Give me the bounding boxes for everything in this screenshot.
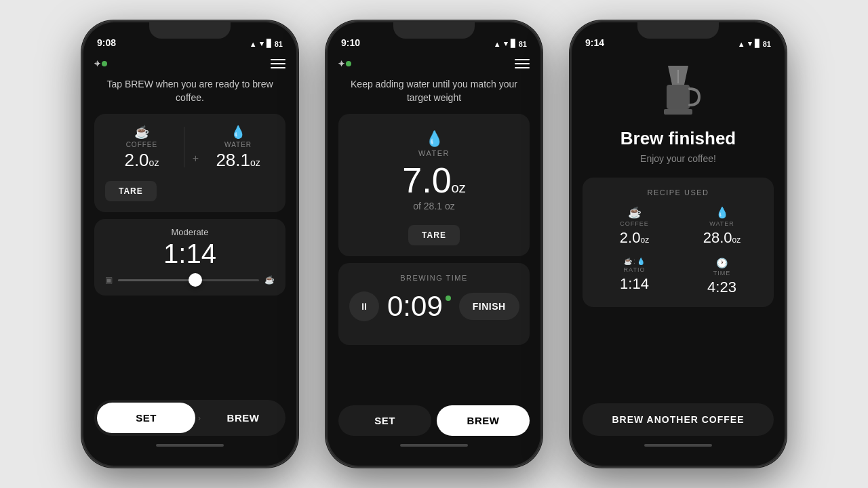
menu-line-3 <box>271 67 285 68</box>
bottom-buttons-1: SET › BREW <box>94 400 285 436</box>
battery-icon-1: ▊ <box>267 39 272 48</box>
recipe-coffee-label: COFFEE <box>620 220 649 227</box>
recipe-time: 🕐 TIME 4:23 <box>681 258 763 296</box>
recipe-time-value: 4:23 <box>707 279 736 296</box>
water-card: 💧 WATER 7.0oz of 28.1 oz TARE <box>338 114 530 256</box>
timer-display: 0:09 <box>387 290 451 323</box>
brew-button-2[interactable]: BREW <box>437 405 530 436</box>
menu-line-4 <box>515 59 530 60</box>
status-icons-1: ▲ ▾ ▊ 81 <box>250 39 283 48</box>
recipe-water: 💧 WATER 28.0oz <box>681 206 763 247</box>
coffee-label: COFFEE <box>126 141 158 148</box>
brewing-time-label: BREWING TIME <box>349 274 519 282</box>
bluetooth-icon-2: ⌖ <box>338 58 351 70</box>
slider-fill <box>118 279 195 281</box>
top-bar-1: ⌖ <box>94 52 285 78</box>
svg-rect-1 <box>667 85 690 109</box>
water-measure: 💧 WATER 28.1oz <box>201 125 275 169</box>
grind-card: Moderate 1:14 ▣ ☕ <box>94 219 285 296</box>
slider-thumb[interactable] <box>189 273 202 287</box>
water-label-1: WATER <box>224 141 252 148</box>
coffee-measure: ☕ COFFEE 2.0oz <box>105 125 178 169</box>
tare-button-2[interactable]: TARE <box>408 225 460 245</box>
status-time-3: 9:14 <box>585 37 604 48</box>
slider-track[interactable] <box>118 279 259 281</box>
bluetooth-icon-1: ⌖ <box>94 58 107 70</box>
set-button-1[interactable]: SET <box>97 403 195 433</box>
timer-value: 0:09 <box>387 290 443 323</box>
svg-rect-2 <box>664 109 692 115</box>
recipe-used-label: RECIPE USED <box>593 188 763 197</box>
phone-1: 9:08 ▲ ▾ ▊ 81 ⌖ Tap BREW when you <box>81 20 298 468</box>
menu-line-1 <box>271 59 285 60</box>
tare-button-1[interactable]: TARE <box>105 181 157 201</box>
status-time-1: 9:08 <box>97 37 116 48</box>
brew-finished-title: Brew finished <box>620 128 736 149</box>
battery-level-3: 81 <box>763 40 771 48</box>
recipe-ratio-label: RATIO <box>624 266 646 273</box>
bt-symbol-1: ⌖ <box>94 58 100 70</box>
ratio-water-icon: 💧 <box>637 258 645 265</box>
recipe-coffee-value: 2.0oz <box>620 229 649 247</box>
home-bar-2 <box>400 444 468 447</box>
finish-button[interactable]: FINISH <box>459 293 519 320</box>
water-label-2: WATER <box>418 149 450 157</box>
strong-icon: ☕ <box>264 275 275 285</box>
brew-finished-subtitle: Enjoy your coffee! <box>640 153 716 164</box>
clock-icon: 🕐 <box>716 258 728 268</box>
wifi-icon-1: ▾ <box>260 39 264 48</box>
recipe-time-label: TIME <box>713 270 731 277</box>
menu-icon-2[interactable] <box>515 59 530 68</box>
recipe-ratio: ☕ : 💧 RATIO 1:14 <box>593 258 675 296</box>
home-indicator-3 <box>583 436 774 455</box>
battery-level-2: 81 <box>519 40 527 48</box>
set-button-2[interactable]: SET <box>338 405 431 436</box>
water-value-1: 28.1oz <box>216 151 260 169</box>
slider-row: ▣ ☕ <box>105 275 275 285</box>
signal-icon-3: ▲ <box>738 40 745 48</box>
recipe-ratio-value: 1:14 <box>620 275 649 293</box>
recipe-coffee: ☕ COFFEE 2.0oz <box>593 206 675 247</box>
battery-icon-2: ▊ <box>511 39 516 48</box>
app-content-3: Brew finished Enjoy your coffee! RECIPE … <box>572 52 785 466</box>
bottom-buttons-2: SET BREW <box>338 405 530 436</box>
instruction-2: Keep adding water until you match your t… <box>338 78 530 104</box>
ratio-coffee-icon: ☕ <box>624 258 632 265</box>
home-indicator-1 <box>94 436 285 455</box>
status-icons-3: ▲ ▾ ▊ 81 <box>738 39 771 48</box>
timer-active-dot <box>446 296 451 301</box>
water-main-value: 7.0oz <box>402 163 465 198</box>
plus-sign: + <box>190 152 201 165</box>
grind-label: Moderate <box>105 227 275 237</box>
recipe-water-icon: 💧 <box>715 206 729 219</box>
signal-icon-1: ▲ <box>250 40 257 48</box>
bt-dot-1 <box>102 61 107 66</box>
app-content-2: ⌖ Keep adding water until you match your… <box>328 52 540 466</box>
brew-finished-content: Brew finished Enjoy your coffee! RECIPE … <box>583 52 774 436</box>
water-drop-icon: 💧 <box>231 125 245 140</box>
bt-dot-2 <box>346 61 351 66</box>
status-icons-2: ▲ ▾ ▊ 81 <box>494 39 527 48</box>
measure-row-1: ☕ COFFEE 2.0oz + 💧 WATER 28.1oz <box>105 125 275 169</box>
measure-divider <box>184 127 184 167</box>
status-time-2: 9:10 <box>341 37 360 48</box>
menu-line-2 <box>271 63 285 64</box>
coffee-bean-icon: ☕ <box>134 125 149 140</box>
pause-button[interactable]: ⏸ <box>349 291 379 321</box>
ratio-colon: : <box>633 258 635 265</box>
wifi-icon-2: ▾ <box>504 39 508 48</box>
signal-icon-2: ▲ <box>494 40 501 48</box>
brew-another-button[interactable]: BREW ANOTHER COFFEE <box>583 403 774 436</box>
home-indicator-2 <box>338 436 530 455</box>
menu-icon-1[interactable] <box>271 59 285 68</box>
notch-3 <box>637 22 719 39</box>
water-of: of 28.1 oz <box>413 201 455 211</box>
grind-time: 1:14 <box>105 239 275 268</box>
recipe-water-label: WATER <box>709 220 734 227</box>
top-bar-2: ⌖ <box>338 52 530 78</box>
wifi-icon-3: ▾ <box>748 39 752 48</box>
menu-line-6 <box>515 67 530 68</box>
home-bar-3 <box>644 444 712 447</box>
pause-icon: ⏸ <box>359 301 369 312</box>
chevron-icon-1: › <box>195 413 203 423</box>
